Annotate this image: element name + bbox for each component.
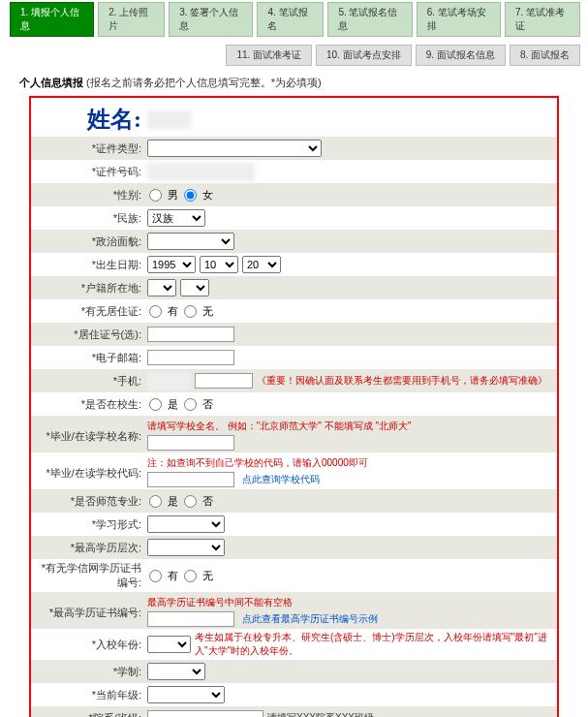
tab-11-interview-ticket[interactable]: 11. 面试准考证 xyxy=(226,45,312,66)
select-birth-day[interactable]: 20 xyxy=(242,256,281,273)
label-schooling: *学制: xyxy=(31,665,147,679)
label-is-normal: *是否师范专业: xyxy=(31,494,147,509)
label-female: 女 xyxy=(202,188,213,203)
label-has-xuexin: *有无学信网学历证书编号: xyxy=(31,561,147,590)
hint-school-code1: 注：如查询不到自己学校的代码，请输入00000即可 xyxy=(147,456,368,470)
select-study-type[interactable] xyxy=(147,515,225,533)
tab-1-personal-info[interactable]: 1. 填报个人信息 xyxy=(10,2,94,37)
input-residence-id[interactable] xyxy=(147,327,234,342)
label-hukou: *户籍所在地: xyxy=(31,281,147,296)
tab-9-interview-info[interactable]: 9. 面试报名信息 xyxy=(416,45,506,66)
top-tabs-row2: 11. 面试准考证 10. 面试考点安排 9. 面试报名信息 8. 面试报名 xyxy=(0,43,588,68)
select-birth-month[interactable]: 10 xyxy=(200,256,238,273)
label-is-student: *是否在校生: xyxy=(31,397,147,412)
label-phone: *手机: xyxy=(31,374,147,389)
radio-normal-no[interactable] xyxy=(184,495,197,508)
label-gender: *性别: xyxy=(31,188,147,203)
radio-student-no[interactable] xyxy=(184,398,197,411)
label-normal-yes: 是 xyxy=(168,494,178,509)
section-title-text: 个人信息填报 xyxy=(19,77,83,88)
label-id-no: *证件号码: xyxy=(31,165,147,179)
select-edu-level[interactable] xyxy=(147,539,225,556)
radio-normal-yes[interactable] xyxy=(149,495,162,508)
link-school-code-lookup[interactable]: 点此查询学校代码 xyxy=(242,473,320,486)
input-email[interactable] xyxy=(147,350,234,365)
select-hukou-1[interactable] xyxy=(147,279,176,296)
label-ethnicity: *民族: xyxy=(31,211,147,226)
label-political: *政治面貌: xyxy=(31,234,147,249)
label-study-type: *学习形式: xyxy=(31,517,147,532)
select-hukou-2[interactable] xyxy=(180,279,209,296)
label-res-no: 无 xyxy=(202,304,213,319)
value-phone-prefix xyxy=(147,372,191,390)
tab-3-sign-info[interactable]: 3. 签署个人信息 xyxy=(169,2,253,37)
label-enroll-year: *入校年份: xyxy=(31,638,147,652)
hint-phone: 《重要！因确认面及联系考生都需要用到手机号，请务必填写准确》 xyxy=(257,374,547,388)
select-grade[interactable] xyxy=(147,686,225,703)
input-phone[interactable] xyxy=(195,373,253,389)
label-xuexin-yes: 有 xyxy=(168,569,178,583)
input-dept-class[interactable] xyxy=(147,710,263,717)
tab-4-written-register[interactable]: 4. 笔试报名 xyxy=(257,2,324,37)
select-birth-year[interactable]: 1995 xyxy=(147,256,196,273)
input-edu-cert-no[interactable] xyxy=(147,611,234,627)
label-dept-class: *院系/班级: xyxy=(31,711,147,718)
input-school-code[interactable] xyxy=(147,472,234,487)
radio-female[interactable] xyxy=(184,189,197,202)
radio-male[interactable] xyxy=(149,189,162,202)
hint-edu-cert1: 最高学历证书编号中间不能有空格 xyxy=(147,596,293,609)
hint-enroll-year: 考生如属于在校专升本、研究生(含硕士、博士)学历层次，入校年份请填写"最初"进入… xyxy=(195,631,557,658)
label-has-residence: *有无居住证: xyxy=(31,304,147,319)
label-stu-yes: 是 xyxy=(168,397,178,412)
label-school-code: *毕业/在读学校代码: xyxy=(31,456,147,481)
select-schooling[interactable] xyxy=(147,663,205,680)
select-enroll-year[interactable] xyxy=(147,636,191,653)
value-name xyxy=(147,110,191,129)
top-tabs-row1: 1. 填报个人信息 2. 上传照片 3. 签署个人信息 4. 笔试报名 5. 笔… xyxy=(0,0,588,39)
label-school-name: *毕业/在读学校名称: xyxy=(31,420,147,444)
radio-xuexin-no[interactable] xyxy=(184,570,197,582)
tab-8-interview-register[interactable]: 8. 面试报名 xyxy=(510,45,580,66)
radio-residence-no[interactable] xyxy=(184,305,197,318)
radio-residence-yes[interactable] xyxy=(149,305,162,318)
label-grade: *当前年级: xyxy=(31,688,147,702)
label-edu-level: *最高学历层次: xyxy=(31,541,147,555)
label-residence-id: *居住证号(选): xyxy=(31,327,147,342)
form-area: 姓名: *证件类型: *证件号码: *性别: 男 女 *民族: 汉族 *政治面貌… xyxy=(29,96,559,717)
label-res-yes: 有 xyxy=(168,304,178,319)
label-edu-cert-no: *最高学历证书编号: xyxy=(31,596,147,620)
tab-2-upload-photo[interactable]: 2. 上传照片 xyxy=(98,2,165,37)
tab-6-written-venue[interactable]: 6. 笔试考场安排 xyxy=(417,2,501,37)
label-name: 姓名: xyxy=(31,104,147,135)
hint-school-name1: 请填写学校全名。 例如："北京师范大学" 不能填写成 "北师大" xyxy=(147,420,412,433)
select-ethnicity[interactable]: 汉族 xyxy=(147,209,205,227)
label-male: 男 xyxy=(168,188,178,203)
label-email: *电子邮箱: xyxy=(31,351,147,365)
value-id-no xyxy=(147,163,255,181)
link-edu-cert-example[interactable]: 点此查看最高学历证书编号示例 xyxy=(242,612,378,626)
label-xuexin-no: 无 xyxy=(202,569,213,583)
section-note: (报名之前请务必把个人信息填写完整。*为必填项) xyxy=(86,77,322,88)
radio-xuexin-yes[interactable] xyxy=(149,570,162,582)
hint-dept-class: 请填写XXX院系XXX班级 xyxy=(267,711,374,717)
input-school-name[interactable] xyxy=(147,435,234,451)
tab-10-interview-venue[interactable]: 10. 面试考点安排 xyxy=(316,45,412,66)
radio-student-yes[interactable] xyxy=(149,398,162,411)
label-normal-no: 否 xyxy=(202,494,213,509)
label-birth: *出生日期: xyxy=(31,258,147,272)
section-header: 个人信息填报 (报名之前请务必把个人信息填写完整。*为必填项) xyxy=(0,68,588,96)
label-id-type: *证件类型: xyxy=(31,141,147,156)
select-political[interactable] xyxy=(147,233,234,250)
tab-5-written-info[interactable]: 5. 笔试报名信息 xyxy=(327,2,412,37)
select-id-type[interactable] xyxy=(147,140,322,157)
tab-7-written-ticket[interactable]: 7. 笔试准考证 xyxy=(505,2,580,37)
label-stu-no: 否 xyxy=(202,397,213,412)
